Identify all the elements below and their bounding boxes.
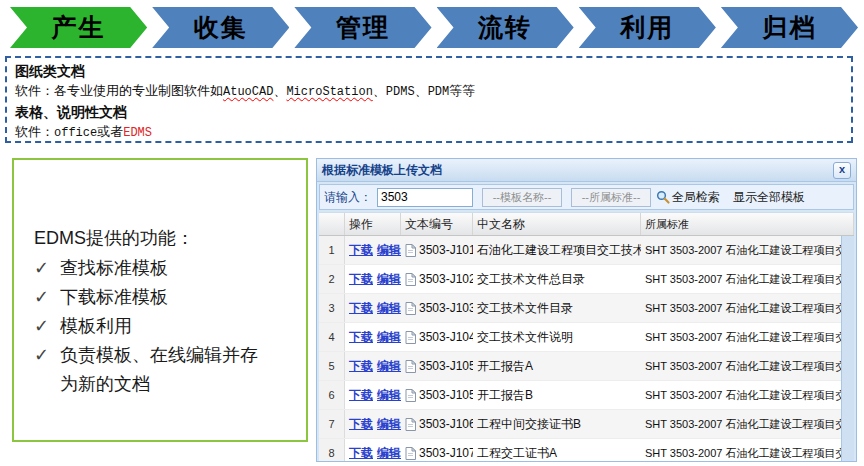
edit-link[interactable]: 编辑 [377, 359, 401, 373]
download-link[interactable]: 下载 [349, 359, 373, 373]
row-number: 7 [319, 410, 345, 438]
edit-link[interactable]: 编辑 [377, 301, 401, 315]
table-row: 5 下载编辑 3503-J105A 开工报告A SHT 3503-2007 石油… [319, 352, 854, 381]
doc-number: 3503-J105B [419, 388, 473, 402]
table-row: 7 下载编辑 3503-J106B 工程中间交接证书B SHT 3503-200… [319, 410, 854, 439]
doc-number: 3503-J101A [419, 243, 473, 257]
edms-features-box: EDMS提供的功能： ✓ 查找标准模板 ✓ 下载标准模板 ✓ 模板利用 ✓ 负责… [12, 158, 308, 442]
row-actions: 下载编辑 [345, 329, 401, 346]
row-actions: 下载编辑 [345, 387, 401, 404]
table-doc-title: 表格、说明性文档 [15, 102, 843, 122]
software-name-pdms: PDMS [386, 85, 415, 99]
doc-chinese-name: 开工报告A [473, 358, 641, 375]
show-all-templates-button[interactable]: 显示全部模板 [733, 189, 805, 206]
download-link[interactable]: 下载 [349, 243, 373, 257]
grid-scrollbar[interactable] [841, 236, 854, 461]
table-row: 3 下载编辑 3503-J103 交工技术文件目录 SHT 3503-2007 … [319, 294, 854, 323]
header-operation[interactable]: 操作 [345, 213, 401, 235]
doc-chinese-name: 交工技术文件目录 [473, 300, 641, 317]
software-name-microstation: MicroStation [286, 85, 372, 99]
row-number: 1 [319, 236, 345, 264]
edit-link[interactable]: 编辑 [377, 272, 401, 286]
edit-link[interactable]: 编辑 [377, 243, 401, 257]
table-row: 4 下载编辑 3503-J104 交工技术文件说明 SHT 3503-2007 … [319, 323, 854, 352]
doc-standard: SHT 3503-2007 石油化工建设工程项目交工... [641, 243, 854, 258]
grid-header: 操作 文本编号 中文名称 所属标准 [319, 213, 854, 236]
doc-chinese-name: 开工报告B [473, 387, 641, 404]
search-toolbar: 请输入： --模板名称-- --所属标准-- 全局检索 显示全部模板 [319, 184, 854, 210]
row-number: 5 [319, 352, 345, 380]
magnifier-icon [656, 190, 670, 204]
row-number: 8 [319, 439, 345, 461]
download-link[interactable]: 下载 [349, 301, 373, 315]
download-link[interactable]: 下载 [349, 417, 373, 431]
doc-chinese-name: 工程中间交接证书B [473, 416, 641, 433]
flow-step-use: 利用 [579, 7, 716, 48]
table-row: 8 下载编辑 3503-J107A 工程交工证书A SHT 3503-2007 … [319, 439, 854, 461]
download-link[interactable]: 下载 [349, 272, 373, 286]
row-number: 2 [319, 265, 345, 293]
edit-link[interactable]: 编辑 [377, 330, 401, 344]
search-label: 请输入： [324, 189, 372, 206]
document-icon [405, 418, 416, 431]
table-row: 6 下载编辑 3503-J105B 开工报告B SHT 3503-2007 石油… [319, 381, 854, 410]
doc-number: 3503-J107A [419, 446, 473, 460]
checkmark-icon: ✓ [34, 341, 60, 370]
template-name-filter[interactable]: --模板名称-- [482, 188, 562, 207]
doc-number: 3503-J103 [419, 301, 473, 315]
doc-chinese-name: 交工技术文件总目录 [473, 271, 641, 288]
doc-number: 3503-J105A [419, 359, 473, 373]
row-actions: 下载编辑 [345, 300, 401, 317]
doc-standard: SHT 3503-2007 石油化工建设工程项目交工... [641, 359, 854, 374]
global-search-button[interactable]: 全局检索 [656, 189, 720, 206]
drawing-doc-title: 图纸类文档 [15, 61, 843, 81]
search-input[interactable] [377, 188, 473, 207]
edit-link[interactable]: 编辑 [377, 446, 401, 460]
header-standard[interactable]: 所属标准 [641, 213, 854, 235]
row-number: 4 [319, 323, 345, 351]
software-name-pdm: PDM [428, 85, 450, 99]
row-number: 3 [319, 294, 345, 322]
row-actions: 下载编辑 [345, 358, 401, 375]
edit-link[interactable]: 编辑 [377, 417, 401, 431]
feature-item: ✓ 模板利用 [34, 312, 306, 341]
table-software-line: 软件：office或者EDMS [15, 122, 843, 143]
document-icon [405, 447, 416, 460]
flow-step-archive: 归档 [721, 7, 858, 48]
software-name-autocad: AtuoCAD [223, 85, 273, 99]
feature-item: ✓ 负责模板、在线编辑并存为新的文档 [34, 341, 306, 399]
header-doc-number[interactable]: 文本编号 [401, 213, 473, 235]
edit-link[interactable]: 编辑 [377, 388, 401, 402]
header-chinese-name[interactable]: 中文名称 [473, 213, 641, 235]
feature-item: ✓ 下载标准模板 [34, 283, 306, 312]
software-name-edms: EDMS [123, 126, 152, 140]
doc-standard: SHT 3503-2007 石油化工建设工程项目交工... [641, 330, 854, 345]
document-icon [405, 360, 416, 373]
process-flow: 产生 收集 管理 流转 利用 归档 [10, 7, 858, 48]
doc-standard: SHT 3503-2007 石油化工建设工程项目交工... [641, 301, 854, 316]
document-icon [405, 389, 416, 402]
doc-number: 3503-J104 [419, 330, 473, 344]
flow-step-manage: 管理 [294, 7, 431, 48]
doc-standard: SHT 3503-2007 石油化工建设工程项目交工... [641, 388, 854, 403]
doc-chinese-name: 交工技术文件说明 [473, 329, 641, 346]
download-link[interactable]: 下载 [349, 446, 373, 460]
flow-step-produce: 产生 [10, 7, 147, 48]
drawing-software-line: 软件：各专业使用的专业制图软件如AtuoCAD、MicroStation、PDM… [15, 81, 843, 102]
flow-step-collect: 收集 [152, 7, 289, 48]
document-types-note: 图纸类文档 软件：各专业使用的专业制图软件如AtuoCAD、MicroStati… [5, 56, 853, 143]
upload-template-window: 根据标准模板上传文档 x 请输入： --模板名称-- --所属标准-- 全局检索… [316, 158, 857, 462]
feature-item: ✓ 查找标准模板 [34, 254, 306, 283]
document-icon [405, 331, 416, 344]
close-icon[interactable]: x [833, 162, 851, 179]
document-icon [405, 302, 416, 315]
doc-chinese-name: 石油化工建设工程项目交工技术文件封面A [473, 242, 641, 259]
download-link[interactable]: 下载 [349, 388, 373, 402]
header-rownum [319, 213, 345, 235]
doc-standard: SHT 3503-2007 石油化工建设工程项目交工... [641, 446, 854, 461]
standard-filter[interactable]: --所属标准-- [571, 188, 651, 207]
templates-grid: 操作 文本编号 中文名称 所属标准 1 下载编辑 3503-J101A 石油化工… [319, 212, 854, 461]
doc-standard: SHT 3503-2007 石油化工建设工程项目交工... [641, 272, 854, 287]
download-link[interactable]: 下载 [349, 330, 373, 344]
table-row: 2 下载编辑 3503-J102 交工技术文件总目录 SHT 3503-2007… [319, 265, 854, 294]
